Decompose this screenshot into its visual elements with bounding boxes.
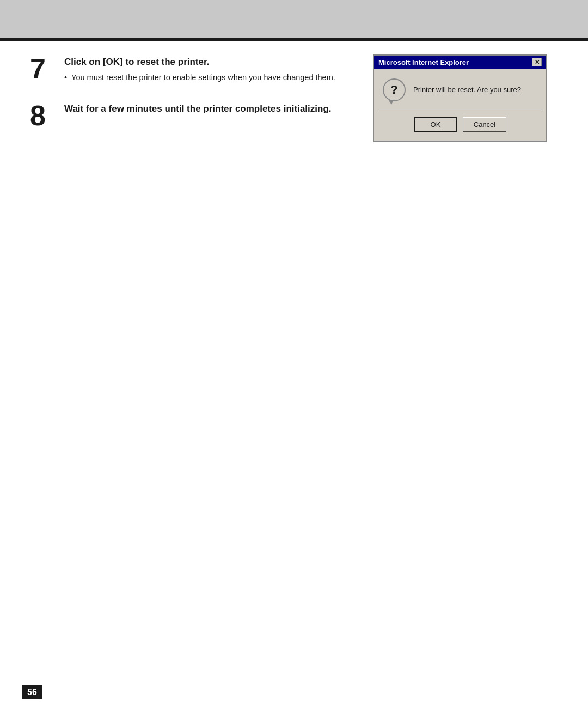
dialog-buttons-row: OK Cancel (374, 115, 546, 141)
step-7-content: Click on [OK] to reset the printer. • Yo… (64, 54, 357, 85)
bullet-symbol: • (64, 72, 67, 84)
steps-column: 7 Click on [OK] to reset the printer. • … (30, 54, 357, 673)
page: 7 Click on [OK] to reset the printer. • … (0, 0, 588, 706)
step-7-body: • You must reset the printer to enable s… (64, 72, 357, 84)
step-7-number: 7 (30, 54, 54, 83)
dialog-message: Printer will be reset. Are you sure? (413, 85, 521, 95)
dialog-separator (378, 109, 542, 109)
dialog-ok-button[interactable]: OK (414, 117, 457, 132)
dialog-titlebar: Microsoft Internet Explorer ✕ (374, 56, 546, 69)
page-number: 56 (22, 685, 42, 699)
dialog-close-button[interactable]: ✕ (532, 58, 542, 66)
step-8-content: Wait for a few minutes until the printer… (64, 101, 357, 119)
step-8-title: Wait for a few minutes until the printer… (64, 104, 357, 114)
dialog-title: Microsoft Internet Explorer (378, 58, 469, 66)
top-bar (0, 0, 588, 38)
step-8: 8 Wait for a few minutes until the print… (30, 101, 357, 130)
step-7-bullet-text: You must reset the printer to enable set… (71, 72, 335, 84)
step-7: 7 Click on [OK] to reset the printer. • … (30, 54, 357, 85)
dialog-cancel-button[interactable]: Cancel (463, 117, 506, 132)
dialog-box: Microsoft Internet Explorer ✕ ? Printer … (373, 54, 547, 142)
step-7-bullet-1: • You must reset the printer to enable s… (64, 72, 357, 84)
dialog-question-icon: ? (383, 78, 406, 101)
dialog-body: ? Printer will be reset. Are you sure? (374, 69, 546, 109)
top-bar-divider (0, 38, 588, 41)
dialog-column: Microsoft Internet Explorer ✕ ? Printer … (373, 54, 558, 673)
step-8-number: 8 (30, 101, 54, 130)
step-7-title: Click on [OK] to reset the printer. (64, 57, 357, 68)
bottom-bar: 56 (0, 679, 588, 706)
content-area: 7 Click on [OK] to reset the printer. • … (30, 54, 558, 673)
question-mark: ? (390, 83, 397, 97)
